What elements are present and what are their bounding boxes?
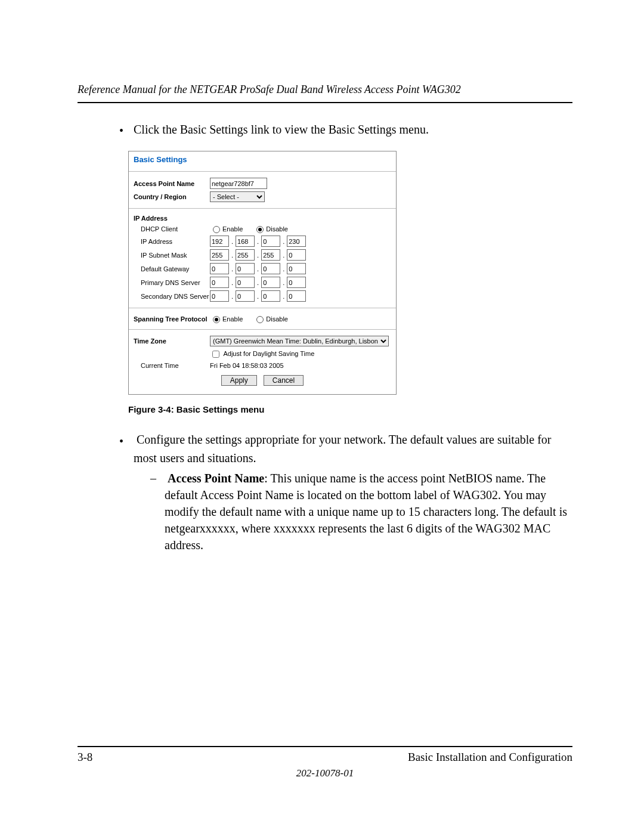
current-time-value: Fri Feb 04 18:58:03 2005 <box>210 362 284 369</box>
doc-number: 202-10078-01 <box>78 767 572 779</box>
page-number: 3-8 <box>78 751 92 764</box>
section-time: Time Zone (GMT) Greenwich Mean Time: Dub… <box>129 330 396 394</box>
ip-octet-2[interactable] <box>236 236 255 247</box>
gw-octet-4[interactable] <box>287 263 306 274</box>
sdns-octet-3[interactable] <box>261 290 280 302</box>
panel-title: Basic Settings <box>129 151 396 172</box>
figure-caption: Figure 3-4: Basic Settings menu <box>128 404 397 414</box>
pdns-octet-3[interactable] <box>261 277 280 288</box>
cancel-button[interactable]: Cancel <box>264 375 304 386</box>
mask-octet-3[interactable] <box>261 249 280 261</box>
section-general: Access Point Name Country / Region - Sel… <box>129 172 396 209</box>
country-label: Country / Region <box>134 193 210 200</box>
section-ip: IP Address DHCP Client Enable Disable IP… <box>129 209 396 308</box>
ip-octet-4[interactable] <box>287 236 306 247</box>
gw-octet-1[interactable] <box>210 263 229 274</box>
ap-name-label: Access Point Name <box>134 180 210 187</box>
section-stp: Spanning Tree Protocol Enable Disable <box>129 308 396 330</box>
page-footer: 3-8 Basic Installation and Configuration… <box>78 746 572 779</box>
pdns-label: Primary DNS Server <box>134 279 210 286</box>
tz-select[interactable]: (GMT) Greenwich Mean Time: Dublin, Edinb… <box>210 336 389 346</box>
sdns-octet-2[interactable] <box>236 290 255 302</box>
gw-octet-3[interactable] <box>261 263 280 274</box>
sdns-label: Secondary DNS Server <box>134 293 210 300</box>
bullet-item-2: Configure the settings appropriate for y… <box>119 431 572 553</box>
stp-disable-option[interactable]: Disable <box>253 314 288 323</box>
stp-enable-option[interactable]: Enable <box>210 314 243 323</box>
gw-octet-2[interactable] <box>236 263 255 274</box>
ip-octet-1[interactable] <box>210 236 229 247</box>
ip-octet-3[interactable] <box>261 236 280 247</box>
doc-header: Reference Manual for the NETGEAR ProSafe… <box>78 83 572 96</box>
ap-name-input[interactable] <box>210 178 267 189</box>
dhcp-enable-option[interactable]: Enable <box>210 224 243 233</box>
subnet-label: IP Subnet Mask <box>134 252 210 259</box>
bullet-item-1: Click the Basic Settings link to view th… <box>119 121 572 139</box>
ip-header: IP Address <box>134 215 210 222</box>
pdns-octet-1[interactable] <box>210 277 229 288</box>
dst-checkbox[interactable]: Adjust for Daylight Saving Time <box>210 349 314 360</box>
header-rule <box>78 102 572 103</box>
section-name: Basic Installation and Configuration <box>408 751 572 764</box>
current-time-label: Current Time <box>134 362 210 369</box>
subitem-ap-name: Access Point Name: This unique name is t… <box>150 470 572 553</box>
ip-addr-label: IP Address <box>134 238 210 245</box>
gateway-label: Default Gateway <box>134 265 210 272</box>
apply-button[interactable]: Apply <box>221 375 257 386</box>
tz-label: Time Zone <box>134 337 210 345</box>
stp-label: Spanning Tree Protocol <box>134 315 210 323</box>
country-select[interactable]: - Select - <box>210 191 265 202</box>
bullet-list: Click the Basic Settings link to view th… <box>119 121 572 139</box>
bullet-list-2: Configure the settings appropriate for y… <box>119 431 572 553</box>
sdns-octet-4[interactable] <box>287 290 306 302</box>
dhcp-label: DHCP Client <box>134 225 210 233</box>
footer-rule <box>78 746 572 747</box>
dhcp-disable-option[interactable]: Disable <box>253 224 288 233</box>
mask-octet-4[interactable] <box>287 249 306 261</box>
mask-octet-1[interactable] <box>210 249 229 261</box>
mask-octet-2[interactable] <box>236 249 255 261</box>
sdns-octet-1[interactable] <box>210 290 229 302</box>
figure-basic-settings: Basic Settings Access Point Name Country… <box>128 151 397 414</box>
basic-settings-panel: Basic Settings Access Point Name Country… <box>128 151 397 395</box>
pdns-octet-4[interactable] <box>287 277 306 288</box>
pdns-octet-2[interactable] <box>236 277 255 288</box>
